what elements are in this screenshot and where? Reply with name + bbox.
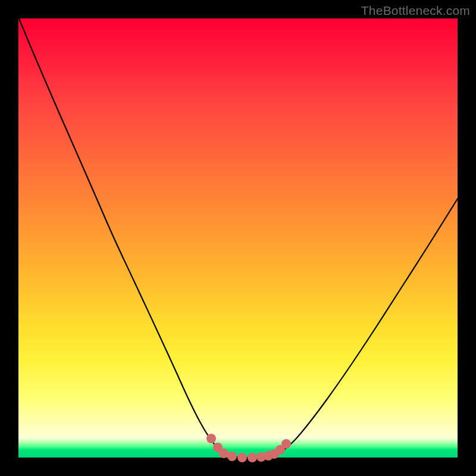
valley-marker bbox=[237, 453, 247, 462]
valley-marker bbox=[219, 449, 228, 458]
valley-marker bbox=[227, 452, 237, 461]
chart-overlay-svg bbox=[18, 18, 458, 458]
bottleneck-curve bbox=[18, 17, 458, 458]
valley-marker bbox=[248, 453, 257, 462]
chart-plot-area bbox=[18, 18, 458, 458]
watermark-text: TheBottleneck.com bbox=[361, 4, 470, 18]
valley-marker bbox=[206, 434, 216, 443]
valley-marker bbox=[281, 439, 291, 449]
valley-marker-group bbox=[206, 434, 291, 462]
chart-frame: TheBottleneck.com bbox=[0, 0, 476, 476]
